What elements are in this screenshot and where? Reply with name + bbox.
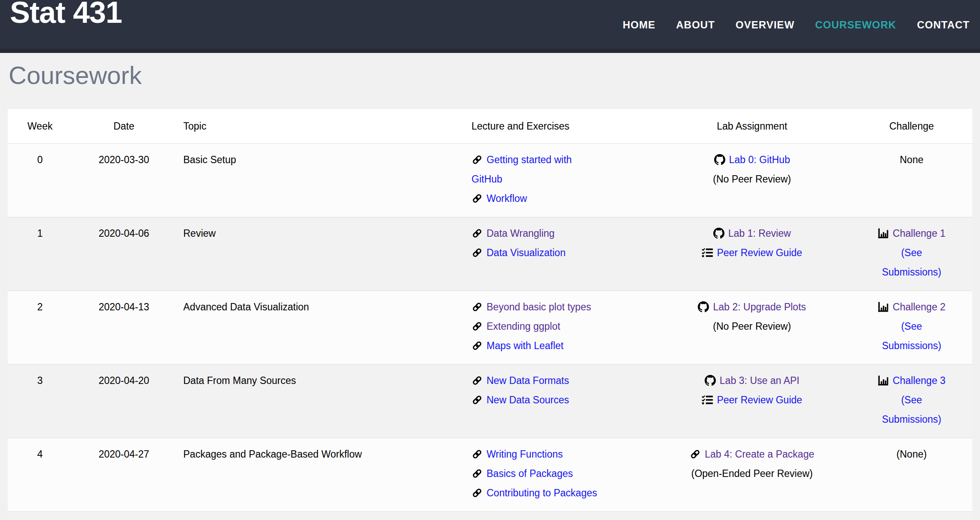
- lecture-cell: Getting started with GitHubWorkflow: [464, 143, 653, 217]
- lecture-link[interactable]: Basics of Packages: [472, 468, 573, 479]
- chart-icon: [878, 301, 893, 313]
- lecture-line: Basics of Packages: [472, 464, 605, 483]
- lecture-cell: Data WranglingData Visualization: [464, 217, 653, 291]
- lab-link[interactable]: Peer Review Guide: [702, 247, 802, 258]
- link-icon: [690, 449, 705, 460]
- lab-line: Lab 4: Create a Package: [661, 445, 843, 464]
- link-label: Lab 1: Review: [728, 228, 791, 239]
- nav-item-overview[interactable]: OVERVIEW: [736, 19, 795, 31]
- link-label: Getting started with GitHub: [472, 154, 572, 185]
- challenge-line: (See Submissions): [875, 390, 948, 429]
- link-icon: [472, 449, 487, 460]
- link-label: Lab 0: GitHub: [729, 154, 790, 165]
- lab-cell: Lab 2: Upgrade Plots(No Peer Review): [653, 291, 851, 364]
- lecture-link[interactable]: Beyond basic plot types: [472, 301, 591, 313]
- lab-link[interactable]: Lab 1: Review: [713, 228, 791, 239]
- lecture-link[interactable]: New Data Formats: [472, 375, 569, 386]
- link-icon: [472, 321, 487, 332]
- lab-link[interactable]: Lab 3: Use an API: [705, 375, 799, 386]
- column-header-challenge: Challenge: [851, 109, 972, 144]
- lecture-link[interactable]: Maps with Leaflet: [472, 340, 564, 351]
- link-icon: [472, 375, 487, 386]
- lecture-line: New Data Formats: [472, 371, 605, 390]
- lab-line: Peer Review Guide: [661, 390, 843, 410]
- table-header: WeekDateTopicLecture and ExercisesLab As…: [8, 109, 972, 144]
- lab-link[interactable]: Lab 0: GitHub: [714, 154, 790, 165]
- lab-note: (Open-Ended Peer Review): [661, 464, 843, 483]
- challenge-link[interactable]: Challenge 1: [878, 228, 946, 239]
- lecture-line: Maps with Leaflet: [472, 336, 605, 356]
- link-label: Basics of Packages: [487, 468, 573, 479]
- nav-item-coursework[interactable]: COURSEWORK: [815, 19, 897, 31]
- lab-link[interactable]: Lab 2: Upgrade Plots: [698, 301, 806, 313]
- chart-icon: [878, 375, 893, 386]
- column-header-lab: Lab Assignment: [653, 109, 851, 144]
- header-row: WeekDateTopicLecture and ExercisesLab As…: [8, 109, 972, 144]
- challenge-link[interactable]: Challenge 2: [878, 301, 946, 313]
- week-cell: 3: [8, 364, 72, 438]
- page-title: Coursework: [9, 62, 971, 89]
- lab-link[interactable]: Peer Review Guide: [702, 394, 802, 405]
- link-label: Data Wrangling: [487, 228, 555, 239]
- challenge-cell: Challenge 2(See Submissions): [851, 291, 972, 364]
- lab-cell: Lab 1: ReviewPeer Review Guide: [653, 217, 851, 291]
- lecture-line: Beyond basic plot types: [472, 297, 605, 317]
- link-icon: [472, 247, 487, 258]
- lab-cell: Lab 3: Use an APIPeer Review Guide: [653, 364, 851, 438]
- coursework-page: Coursework WeekDateTopicLecture and Exer…: [0, 62, 980, 520]
- nav-item-contact[interactable]: CONTACT: [917, 19, 970, 31]
- challenge-note: None: [875, 150, 948, 170]
- challenge-line: (See Submissions): [875, 317, 948, 356]
- lecture-link[interactable]: Data Wrangling: [472, 228, 555, 239]
- topic-cell: Review: [176, 217, 464, 291]
- table-row: 02020-03-30Basic SetupGetting started wi…: [8, 143, 972, 217]
- link-label: New Data Sources: [487, 394, 569, 405]
- lab-line: Peer Review Guide: [661, 243, 843, 263]
- partial-row-cell: [8, 511, 972, 520]
- lecture-link[interactable]: Getting started with GitHub: [472, 154, 572, 185]
- challenge-cell: Challenge 3(See Submissions): [851, 364, 972, 438]
- see-submissions-link[interactable]: (See Submissions): [882, 321, 941, 351]
- lab-note: (No Peer Review): [661, 170, 843, 189]
- lecture-link[interactable]: Writing Functions: [472, 449, 563, 460]
- link-label: Data Visualization: [487, 247, 566, 258]
- date-cell: 2020-04-20: [72, 364, 176, 438]
- link-label: Extending ggplot: [487, 321, 560, 332]
- table-row: 32020-04-20Data From Many SourcesNew Dat…: [8, 364, 972, 438]
- link-label: (See Submissions): [882, 321, 941, 351]
- lecture-line: Writing Functions: [472, 445, 605, 464]
- lecture-line: Contributing to Packages: [472, 483, 605, 503]
- column-header-week: Week: [8, 109, 72, 144]
- github-icon: [713, 228, 728, 239]
- nav-item-about[interactable]: ABOUT: [676, 19, 715, 31]
- lab-note: (No Peer Review): [661, 317, 843, 336]
- main-nav: HOMEABOUTOVERVIEWCOURSEWORKCONTACT: [602, 19, 970, 31]
- lecture-link[interactable]: Extending ggplot: [472, 321, 560, 332]
- see-submissions-link[interactable]: (See Submissions): [882, 394, 941, 425]
- date-cell: 2020-04-27: [72, 438, 176, 511]
- site-title[interactable]: Stat 431: [10, 0, 122, 29]
- lab-line: Lab 0: GitHub: [661, 150, 843, 170]
- challenge-line: (See Submissions): [875, 243, 948, 282]
- lecture-line: Extending ggplot: [472, 317, 605, 336]
- nav-item-home[interactable]: HOME: [623, 19, 656, 31]
- tasks-icon: [702, 394, 717, 405]
- lecture-link[interactable]: Workflow: [472, 193, 527, 204]
- github-icon: [698, 301, 713, 313]
- link-label: Challenge 1: [893, 228, 946, 239]
- lecture-link[interactable]: New Data Sources: [472, 394, 569, 405]
- link-icon: [472, 301, 487, 313]
- challenge-line: Challenge 3: [875, 371, 948, 390]
- column-header-date: Date: [72, 109, 176, 144]
- challenge-link[interactable]: Challenge 3: [878, 375, 946, 386]
- see-submissions-link[interactable]: (See Submissions): [882, 247, 941, 278]
- week-cell: 0: [8, 143, 72, 217]
- topic-cell: Advanced Data Visualization: [176, 291, 464, 364]
- lecture-link[interactable]: Contributing to Packages: [472, 487, 597, 498]
- link-icon: [472, 154, 487, 165]
- table-row: 12020-04-06ReviewData WranglingData Visu…: [8, 217, 972, 291]
- lecture-link[interactable]: Data Visualization: [472, 247, 566, 258]
- lab-link[interactable]: Lab 4: Create a Package: [690, 449, 814, 460]
- coursework-table: WeekDateTopicLecture and ExercisesLab As…: [8, 109, 972, 520]
- date-cell: 2020-04-13: [72, 291, 176, 364]
